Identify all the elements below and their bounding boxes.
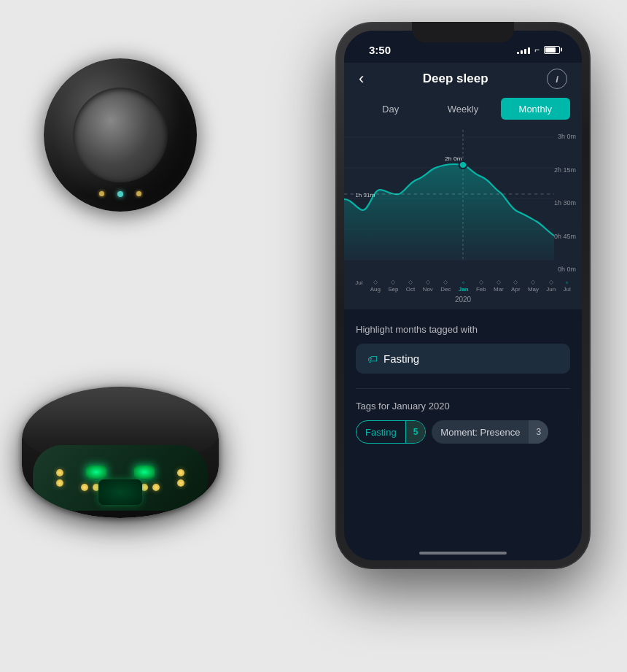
- signal-bars-icon: [517, 45, 530, 54]
- highlight-title: Highlight months tagged with: [356, 324, 570, 335]
- chart-svg-container: 3h 0m 2h 15m 1h 30m 0h 45m 0h 0m: [344, 130, 582, 276]
- x-label-sep: ◇ Sep: [388, 279, 398, 293]
- home-indicator: [419, 552, 507, 555]
- tag-pill-fasting[interactable]: Fasting 5: [356, 420, 426, 444]
- band-circuit: [98, 479, 142, 505]
- nav-title: Deep sleep: [423, 72, 488, 86]
- tag-icon-feb: ◇: [479, 279, 483, 285]
- tag-label-icon: 🏷: [367, 353, 378, 365]
- x-label-mar: ◇ Mar: [494, 279, 504, 293]
- tag-icon-jul2: ⬦: [565, 279, 569, 285]
- tag-highlight-box[interactable]: 🏷 Fasting: [356, 344, 570, 374]
- x-label-jul-2: ⬦ Jul: [564, 279, 571, 293]
- band-sensor-group-1: [56, 469, 63, 487]
- band-sensor-gold-3: [177, 469, 184, 476]
- band-sensor-gold-2: [56, 479, 63, 487]
- ring-top: [44, 58, 197, 212]
- x-label-apr: ◇ Apr: [511, 279, 520, 293]
- phone-notch: [412, 22, 514, 42]
- tag-icon-may: ◇: [531, 279, 535, 285]
- back-button[interactable]: ‹: [359, 69, 364, 88]
- tags-row: Fasting 5 Moment: Presence 3: [356, 420, 570, 444]
- tag-icon-oct: ◇: [408, 279, 413, 285]
- tags-section: Tags for January 2020 Fasting 5 Moment: …: [344, 389, 582, 458]
- sensor-teal-1: [117, 191, 123, 197]
- tag-icon-jan: ⬦: [462, 279, 465, 285]
- nav-bar: ‹ Deep sleep i: [344, 63, 582, 95]
- band-sensor-green-1: [86, 466, 106, 479]
- status-time: 3:50: [369, 44, 391, 56]
- band-sensor-gold-4: [177, 479, 184, 487]
- svg-point-7: [459, 161, 467, 169]
- ring-bottom: [22, 387, 219, 547]
- x-label-oct: ◇ Oct: [406, 279, 415, 293]
- tab-weekly[interactable]: Weekly: [428, 98, 497, 120]
- tab-day[interactable]: Day: [356, 98, 425, 120]
- phone-screen: 3:50 ⌐: [344, 31, 582, 560]
- highlight-section: Highlight months tagged with 🏷 Fasting: [344, 309, 582, 388]
- tag-icon-mar: ◇: [496, 279, 501, 285]
- tab-monthly[interactable]: Monthly: [501, 98, 570, 120]
- tags-section-title: Tags for January 2020: [356, 389, 570, 412]
- x-label-dec: ◇ Dec: [440, 279, 451, 293]
- tag-icon-sep: ◇: [391, 279, 395, 285]
- band-sensor-green-2: [134, 466, 155, 479]
- x-label-aug: ◇ Aug: [370, 279, 381, 293]
- band-sensor-group-4: [177, 469, 184, 487]
- tag-icon-nov: ◇: [426, 279, 430, 285]
- x-label-feb: ◇ Feb: [476, 279, 486, 293]
- tag-pill-fasting-label: Fasting: [357, 427, 405, 438]
- x-axis: Jul ◇ Aug ◇ Sep ◇ Oct: [344, 276, 582, 293]
- tag-pill-presence-label: Moment: Presence: [432, 427, 529, 438]
- chart-year: 2020: [344, 293, 582, 309]
- status-icons: ⌐: [517, 45, 560, 55]
- tag-icon-dec: ◇: [443, 279, 448, 285]
- phone-frame: 3:50 ⌐: [335, 22, 591, 569]
- tag-icon-aug: ◇: [373, 279, 378, 285]
- svg-text:1h 31m: 1h 31m: [355, 192, 375, 198]
- x-label-nov: ◇ Nov: [423, 279, 433, 293]
- x-label-jun: ◇ Jun: [546, 279, 556, 293]
- scene: 3:50 ⌐: [0, 0, 627, 672]
- tag-icon-apr: ◇: [513, 279, 518, 285]
- tag-icon-jun: ◇: [549, 279, 553, 285]
- x-label-jul-1: Jul: [355, 279, 362, 293]
- sensor-gold-2: [136, 191, 141, 196]
- tag-pill-presence[interactable]: Moment: Presence 3: [432, 420, 548, 444]
- sensor-gold-1: [99, 191, 104, 196]
- svg-text:2h 0m: 2h 0m: [445, 155, 462, 162]
- chart-area: 3h 0m 2h 15m 1h 30m 0h 45m 0h 0m: [344, 123, 582, 309]
- tab-bar: Day Weekly Monthly: [344, 95, 582, 123]
- wifi-icon: ⌐: [534, 45, 540, 55]
- x-label-jan: ⬦ Jan: [459, 279, 469, 293]
- band-sensor-gold-1: [56, 469, 63, 476]
- tag-pill-presence-count: 3: [529, 420, 548, 444]
- info-button[interactable]: i: [547, 69, 567, 89]
- tag-pill-fasting-count: 5: [405, 421, 426, 443]
- phone-container: 3:50 ⌐: [335, 22, 591, 649]
- chart-svg: 2h 0m 1h 31m: [344, 130, 582, 276]
- x-label-may: ◇ May: [528, 279, 539, 293]
- battery-icon: [544, 46, 560, 54]
- tag-highlight-label: Fasting: [383, 352, 419, 365]
